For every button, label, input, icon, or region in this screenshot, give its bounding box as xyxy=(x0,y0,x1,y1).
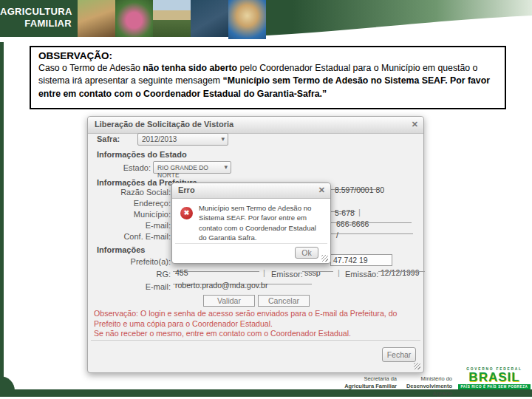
razao-social-value: 8.597/0001 80 xyxy=(335,185,384,194)
secretaria-line2: Agricultura Familiar xyxy=(325,383,397,390)
email-label: E-mail: xyxy=(88,221,171,230)
chevron-down-icon: ▾ xyxy=(221,135,225,143)
chevron-down-icon: ▾ xyxy=(224,163,228,171)
observation-box: OBSERVAÇÃO: Caso o Termo de Adesão não t… xyxy=(30,46,506,109)
section-informacoes-estado: Informações do Estado xyxy=(97,150,187,159)
header-photo-workers xyxy=(191,0,228,37)
bottom-green-bar xyxy=(0,389,532,397)
emissao-label: Emissão: xyxy=(345,270,378,279)
ok-button[interactable]: Ok xyxy=(295,247,318,259)
erro-title: Erro xyxy=(178,185,195,194)
header-photo-woman-garden xyxy=(115,0,153,37)
resize-handle-icon[interactable] xyxy=(414,363,420,369)
conf-email-value: / xyxy=(336,231,338,239)
form-footer-divider xyxy=(91,340,420,341)
prefeito-value: 47.742 19 xyxy=(333,256,368,265)
rg-label: RG: xyxy=(88,270,171,279)
conf-email-label: Conf. E-mail: xyxy=(88,232,171,241)
erro-titlebar[interactable]: Erro ✕ xyxy=(172,183,330,199)
erro-dialog: Erro ✕ ✖ Município sem Termo de Adesão n… xyxy=(171,183,331,264)
header-photo-man-hat xyxy=(153,0,191,37)
safra-value: 2012/2013 xyxy=(142,135,177,143)
header-banner: AGRICULTURA FAMILIAR xyxy=(0,0,532,42)
municipio-label: Município: xyxy=(88,210,171,219)
logo-line-1: AGRICULTURA xyxy=(0,6,72,18)
email2-value: roberto.prado@mda.gov.br xyxy=(175,281,267,290)
endereco-label: Endereço: xyxy=(88,199,171,208)
observation-title: OBSERVAÇÃO: xyxy=(38,50,497,61)
brasil-wordmark: BRASIL xyxy=(458,371,531,383)
secretaria-line1: Secretaria da xyxy=(325,375,397,383)
header-photo-strip xyxy=(78,0,266,37)
header-photo-farmer-boy xyxy=(78,0,115,37)
validar-button[interactable]: Validar xyxy=(203,295,255,307)
observation-text: Caso o Termo de Adesão não tenha sido ab… xyxy=(38,62,497,100)
header-photo-woman-hat xyxy=(228,0,266,39)
logo-line-2: FAMILIAR xyxy=(0,18,72,30)
safra-select[interactable]: 2012/2013 ▾ xyxy=(137,133,228,146)
secretaria-label: Secretaria da Agricultura Familiar xyxy=(325,375,397,390)
razao-social-label: Razão Social: xyxy=(88,188,171,197)
form-red-note: Observação: O login e senha de acesso se… xyxy=(94,309,417,339)
section-informacoes-prefeito: Informações xyxy=(97,245,145,254)
fechar-button[interactable]: Fechar xyxy=(382,347,416,362)
close-icon[interactable]: ✕ xyxy=(318,185,325,195)
ministerio-line1: Ministério do xyxy=(403,375,452,383)
slide: AGRICULTURA FAMILIAR OBSERVAÇÃO: Caso o … xyxy=(0,0,532,399)
agricultura-familiar-logo: AGRICULTURA FAMILIAR xyxy=(0,0,78,37)
obs-part1: Caso o Termo de Adesão xyxy=(38,63,143,73)
erro-divider xyxy=(175,243,327,244)
left-green-strip xyxy=(0,42,4,391)
cancelar-button[interactable]: Cancelar xyxy=(258,295,310,307)
email2-label: E-mail: xyxy=(88,282,171,291)
obs-part2-bold: não tenha sido aberto xyxy=(143,63,237,73)
brasil-slogan: PAÍS RICO É PAÍS SEM POBREZA xyxy=(458,384,531,389)
close-icon[interactable]: ✕ xyxy=(412,120,418,129)
error-icon: ✖ xyxy=(180,207,193,219)
resize-handle-icon[interactable] xyxy=(321,255,328,262)
emissao-input[interactable] xyxy=(378,261,425,272)
estado-label: Estado: xyxy=(97,163,151,172)
form-titlebar[interactable]: Liberação de Solicitação de Vistoria ✕ xyxy=(88,117,423,134)
ministerio-line2: Desenvolvimento Agrário xyxy=(403,383,452,398)
estado-value: RIO GRANDE DO NORTE xyxy=(157,164,208,179)
corner-curve xyxy=(0,376,15,391)
red-note-line2: Se não receber o mesmo, entre em contato… xyxy=(94,329,417,339)
form-title: Liberação de Solicitação de Vistoria xyxy=(95,120,233,129)
prefeito-label: Prefeito(a): xyxy=(88,257,171,266)
brasil-governo-federal-logo: GOVERNO FEDERAL BRASIL PAÍS RICO É PAÍS … xyxy=(458,367,531,394)
red-note-line1: Observação: O login e senha de acesso se… xyxy=(94,309,417,329)
ministerio-label: Ministério do Desenvolvimento Agrário xyxy=(403,375,452,398)
erro-message: Município sem Termo de Adesão no Sistema… xyxy=(199,203,324,243)
field-separator: | xyxy=(338,268,340,277)
safra-label: Safra: xyxy=(97,134,120,143)
estado-select[interactable]: RIO GRANDE DO NORTE ▾ xyxy=(153,161,231,174)
